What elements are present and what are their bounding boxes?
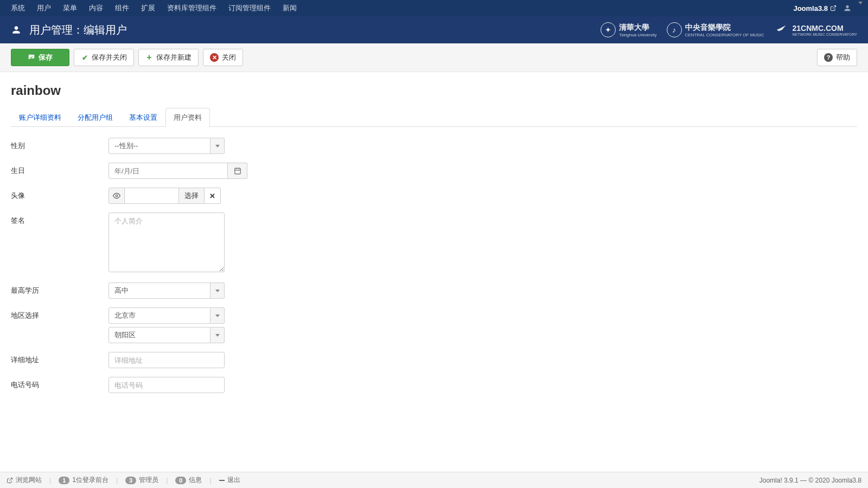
district-value: 朝阳区 [108, 327, 210, 343]
logged-in-count: 1 [59, 477, 69, 484]
nav-library[interactable]: 资料库管理组件 [162, 0, 222, 16]
avatar-path-input[interactable] [125, 188, 179, 204]
gender-value: --性别-- [108, 138, 210, 154]
site-name: Joomla3.8 [793, 4, 828, 12]
nav-extensions[interactable]: 扩展 [136, 0, 161, 16]
education-value: 高中 [108, 282, 210, 299]
logo-tsinghua-main: 清華大學 [619, 23, 656, 33]
svg-line-6 [9, 478, 12, 481]
help-button[interactable]: ? 帮助 [817, 49, 857, 66]
nav-news[interactable]: 新闻 [277, 0, 302, 16]
logo-tsinghua-sub: Tsinghua University [619, 33, 656, 37]
tab-basic-settings[interactable]: 基本设置 [121, 108, 165, 127]
minus-icon [219, 480, 225, 481]
gender-select[interactable]: --性别-- [108, 138, 225, 154]
check-icon: ✔ [81, 54, 88, 61]
admins-link[interactable]: 3 管理员 [125, 476, 158, 485]
top-nav: 系统 用户 菜单 内容 组件 扩展 资料库管理组件 订阅管理组件 新闻 Joom… [0, 0, 868, 16]
svg-line-0 [833, 6, 836, 9]
tab-user-profile[interactable]: 用户资料 [165, 108, 210, 127]
content-area: rainbow 账户详细资料 分配用户组 基本设置 用户资料 性别 --性别--… [0, 72, 868, 413]
row-phone: 电话号码 [11, 377, 857, 393]
logo-21cnmc-sub: NETWORK MUSIC CONSERVATORY [792, 33, 857, 36]
caret-down-icon [210, 282, 225, 299]
logout-link[interactable]: 退出 [219, 476, 240, 485]
toolbar: 保存 ✔ 保存并关闭 + 保存并新建 ✕ 关闭 ? 帮助 [0, 43, 868, 72]
nav-system[interactable]: 系统 [5, 0, 30, 16]
row-avatar: 头像 选择 ✕ [11, 188, 857, 204]
logo-ccom-sub: CENTRAL CONSERVATORY OF MUSIC [685, 33, 764, 37]
label-birthday: 生日 [11, 163, 108, 176]
logo-21cnmc: 21CNMC.COMNETWORK MUSIC CONSERVATORY [774, 24, 857, 36]
header-bar: 用户管理：编辑用户 ✦ 清華大學Tsinghua University ♪ 中央… [0, 16, 868, 43]
label-region: 地区选择 [11, 307, 108, 320]
footer-bar: 浏览网站 | 1 1位登录前台 | 3 管理员 | 0 信息 | 退出 Joom… [0, 472, 868, 488]
signature-textarea[interactable] [108, 213, 225, 272]
education-select[interactable]: 高中 [108, 282, 225, 299]
help-label: 帮助 [836, 53, 850, 62]
footer-version: Joomla! 3.9.1 — © 2020 Joomla3.8 [760, 477, 861, 484]
save-close-button[interactable]: ✔ 保存并关闭 [74, 49, 134, 66]
row-signature: 签名 [11, 213, 857, 274]
label-education: 最高学历 [11, 282, 108, 296]
site-link[interactable]: Joomla3.8 [793, 4, 837, 12]
messages-count: 0 [175, 477, 186, 484]
row-birthday: 生日 [11, 163, 857, 179]
logo-seal-icon: ♪ [667, 22, 682, 37]
logo-seal-icon: ✦ [601, 22, 616, 37]
save-button[interactable]: 保存 [11, 49, 69, 66]
tab-account-details[interactable]: 账户详细资料 [11, 108, 69, 127]
logged-in-users[interactable]: 1 1位登录前台 [59, 476, 108, 485]
page-title: 用户管理：编辑用户 [29, 23, 127, 37]
close-icon: ✕ [210, 53, 219, 62]
save-new-label: 保存并新建 [156, 53, 192, 62]
logo-tsinghua: ✦ 清華大學Tsinghua University [601, 22, 656, 37]
view-site-label: 浏览网站 [16, 476, 42, 485]
save-icon [28, 54, 35, 61]
external-link-icon [7, 477, 13, 484]
district-select[interactable]: 朝阳区 [108, 327, 225, 343]
eye-icon [113, 192, 120, 200]
save-label: 保存 [39, 53, 53, 62]
admins-count: 3 [125, 477, 136, 484]
label-phone: 电话号码 [11, 377, 108, 390]
province-select[interactable]: 北京市 [108, 307, 225, 324]
nav-content[interactable]: 内容 [84, 0, 108, 16]
caret-down-icon [210, 327, 225, 343]
tab-assign-groups[interactable]: 分配用户组 [69, 108, 121, 127]
nav-menus[interactable]: 菜单 [58, 0, 82, 16]
view-site-link[interactable]: 浏览网站 [7, 476, 42, 485]
nav-users[interactable]: 用户 [31, 0, 56, 16]
preview-button[interactable] [108, 188, 125, 204]
messages-label: 信息 [189, 476, 202, 485]
header-logos: ✦ 清華大學Tsinghua University ♪ 中央音樂學院CENTRA… [601, 22, 857, 37]
logo-ccom: ♪ 中央音樂學院CENTRAL CONSERVATORY OF MUSIC [667, 22, 764, 37]
plus-icon: + [145, 54, 153, 61]
nav-subscription[interactable]: 订阅管理组件 [223, 0, 276, 16]
help-icon: ? [824, 53, 833, 62]
user-name-heading: rainbow [11, 83, 857, 98]
logo-ccom-main: 中央音樂學院 [685, 23, 764, 33]
save-new-button[interactable]: + 保存并新建 [138, 49, 199, 66]
birthday-input[interactable] [108, 163, 228, 179]
user-menu-icon[interactable] [843, 4, 852, 12]
bird-icon [774, 24, 789, 35]
logged-in-label: 1位登录前台 [72, 476, 108, 485]
avatar-select-button[interactable]: 选择 [179, 188, 205, 204]
caret-down-icon[interactable] [858, 4, 863, 12]
phone-input[interactable] [108, 377, 225, 393]
logout-label: 退出 [227, 476, 240, 485]
caret-down-icon [210, 307, 225, 324]
avatar-clear-button[interactable]: ✕ [205, 188, 221, 204]
close-button[interactable]: ✕ 关闭 [203, 49, 243, 66]
row-education: 最高学历 高中 [11, 282, 857, 299]
messages-link[interactable]: 0 信息 [175, 476, 202, 485]
province-value: 北京市 [108, 307, 210, 324]
close-label: 关闭 [222, 53, 236, 62]
nav-components[interactable]: 组件 [110, 0, 135, 16]
address-input[interactable] [108, 352, 225, 368]
external-link-icon [830, 5, 837, 11]
label-avatar: 头像 [11, 188, 108, 201]
top-nav-menu: 系统 用户 菜单 内容 组件 扩展 资料库管理组件 订阅管理组件 新闻 [5, 0, 302, 16]
calendar-button[interactable] [228, 163, 247, 179]
